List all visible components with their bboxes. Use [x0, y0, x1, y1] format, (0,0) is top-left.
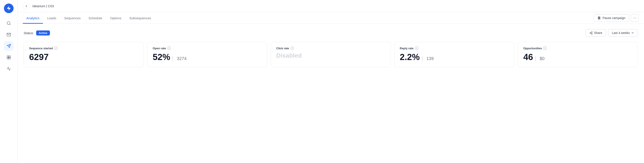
stat-value-row-click-rate: Disabled [276, 52, 385, 59]
app-logo[interactable] [4, 4, 14, 13]
date-range-label: Last 4 weeks [612, 31, 630, 34]
nav-area: Analytics Leads Sequences Schedule Optio… [18, 12, 644, 24]
status-label: Status: [24, 31, 34, 35]
stat-value-row-opportunities: 46 | $0 [523, 52, 632, 62]
stat-value-row-sequence-started: 6297 [29, 52, 138, 62]
topbar: Idearium | C03 [18, 0, 644, 12]
tab-leads[interactable]: Leads [44, 12, 60, 24]
stat-value-opportunities: 46 [523, 52, 533, 62]
svg-line-16 [590, 32, 592, 33]
stat-disabled-click-rate: Disabled [276, 52, 302, 59]
stat-title-open-rate: Open rate [153, 47, 166, 50]
stat-card-open-rate: Open rate i 52% | 3274 [147, 42, 267, 67]
status-row: Status: Active Share Last 4 weeks [24, 29, 638, 36]
stat-header-reply-rate: Reply rate i [400, 46, 509, 50]
stat-value-open-rate: 52% [153, 52, 170, 62]
stat-title-sequence-started: Sequence started [29, 47, 53, 50]
date-range-button[interactable]: Last 4 weeks [608, 29, 638, 36]
stats-grid: Sequence started i 6297 Open rate i 52% … [24, 42, 638, 67]
svg-line-2 [10, 24, 10, 25]
stat-sub-open-rate: 3274 [177, 56, 187, 61]
campaigns-nav-icon[interactable] [4, 41, 14, 51]
svg-rect-8 [7, 58, 8, 59]
info-icon-open-rate: i [167, 46, 171, 50]
stat-value-sequence-started: 6297 [29, 52, 49, 62]
stat-header-opportunities: Opportunities i [523, 46, 632, 50]
back-button[interactable] [23, 3, 30, 10]
tab-options[interactable]: Options [107, 12, 125, 24]
status-right: Share Last 4 weeks [586, 29, 638, 36]
tab-subsequences[interactable]: Subsequences [126, 12, 154, 24]
info-icon-sequence-started: i [54, 46, 58, 50]
share-label: Share [594, 31, 602, 34]
tab-analytics[interactable]: Analytics [23, 12, 43, 24]
more-options-icon: ··· [633, 16, 636, 20]
status-left: Status: Active [24, 30, 50, 36]
svg-line-15 [590, 33, 592, 34]
stat-separator-reply-rate: | [422, 55, 423, 61]
stat-header-open-rate: Open rate i [153, 46, 262, 50]
stat-title-opportunities: Opportunities [523, 47, 542, 50]
more-options-button[interactable]: ··· [631, 14, 639, 22]
info-icon-opportunities: i [543, 46, 547, 50]
svg-rect-9 [9, 58, 10, 59]
stat-sub-reply-rate: 139 [426, 56, 434, 61]
svg-rect-10 [598, 17, 599, 19]
content-area: Status: Active Share Last 4 weeks [18, 24, 644, 163]
analytics-nav-icon[interactable] [4, 64, 14, 74]
stat-title-click-rate: Click rate [276, 47, 289, 50]
templates-nav-icon[interactable] [4, 52, 14, 62]
stat-card-sequence-started: Sequence started i 6297 [24, 42, 144, 67]
sidebar [0, 0, 18, 163]
stat-separator-open-rate: | [172, 55, 173, 61]
stat-card-reply-rate: Reply rate i 2.2% | 139 [394, 42, 514, 67]
search-nav-icon[interactable] [4, 18, 14, 28]
nav-tabs: Analytics Leads Sequences Schedule Optio… [23, 12, 154, 24]
mail-nav-icon[interactable] [4, 30, 14, 40]
page-title: Idearium | C03 [32, 4, 54, 8]
pause-campaign-label: Pause campaign [602, 16, 626, 20]
pause-campaign-button[interactable]: Pause campaign [594, 14, 629, 22]
stat-value-row-reply-rate: 2.2% | 139 [400, 52, 509, 62]
stat-value-reply-rate: 2.2% [400, 52, 420, 62]
stat-separator-opportunities: | [535, 55, 536, 61]
tab-sequences[interactable]: Sequences [61, 12, 84, 24]
tab-schedule[interactable]: Schedule [85, 12, 106, 24]
stat-title-reply-rate: Reply rate [400, 47, 414, 50]
stat-card-opportunities: Opportunities i 46 | $0 [518, 42, 638, 67]
status-badge: Active [36, 30, 50, 36]
info-icon-click-rate: i [290, 46, 294, 50]
main-content: Idearium | C03 Analytics Leads Sequences… [18, 0, 644, 163]
svg-rect-7 [9, 56, 10, 58]
svg-marker-0 [7, 6, 11, 10]
nav-actions: Pause campaign ··· [594, 14, 639, 22]
svg-rect-6 [7, 56, 8, 58]
stat-sub-opportunities: $0 [540, 56, 544, 61]
svg-rect-11 [599, 17, 600, 19]
stat-header-sequence-started: Sequence started i [29, 46, 138, 50]
share-button[interactable]: Share [586, 29, 606, 36]
info-icon-reply-rate: i [415, 46, 418, 50]
stat-header-click-rate: Click rate i [276, 46, 385, 50]
stat-card-click-rate: Click rate i Disabled [271, 42, 391, 67]
stat-value-row-open-rate: 52% | 3274 [153, 52, 262, 62]
